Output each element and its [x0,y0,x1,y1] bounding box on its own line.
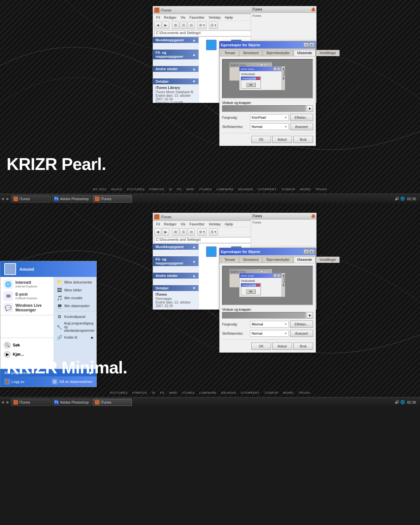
task-header-file-bottom[interactable]: Fil- og mappeoppgaver ▲ [153,256,199,266]
file-icon-globe-bottom[interactable]: 🌐 [201,246,221,258]
ql-ie-bottom[interactable]: IE [152,391,156,394]
tab-skrivebord-bottom[interactable]: Skrivebord [239,257,262,263]
scroll-thumb-top[interactable] [282,70,285,76]
start-right-computer[interactable]: 💻 Min datamaskin [54,302,96,310]
file-icon-globe[interactable]: 🌐 [201,40,221,51]
task-collapse-file-top[interactable]: ▲ [192,52,196,56]
details-collapse-top[interactable]: ▼ [192,79,196,83]
cancel-btn-bottom[interactable]: Avbryt [272,343,292,350]
dialog-close-bottom[interactable]: ✕ [309,249,314,254]
menu-verktoy-top[interactable]: Verktøy [207,15,223,20]
tab-temaer-top[interactable]: Temaer [221,50,239,56]
task-collapse-music-top[interactable]: ▲ [192,38,196,42]
ql-firefox-bottom[interactable]: FIREFOX [132,391,147,394]
details-collapse-bottom[interactable]: ▼ [192,286,196,290]
task-collapse-music-bottom[interactable]: ▲ [192,245,196,249]
taskbar-arrow-left-top[interactable]: ◀ [0,197,5,200]
apply-btn-bottom[interactable]: Bruk [293,343,313,350]
active-max-bottom[interactable]: □ [277,274,280,277]
ql-limewire-top[interactable]: LIMEWIRE [217,188,234,191]
ql-deamon-top[interactable]: DEAMON [238,188,253,191]
tab-temaer-bottom[interactable]: Temaer [221,257,239,263]
color-select-top[interactable]: KrizrPearl ▼ [250,114,289,121]
ql-ps-bottom[interactable]: PS [160,391,165,394]
color-dropdown-btn-top[interactable]: ▼ [306,105,313,112]
tb-settings-bottom[interactable]: ⚙ ▾ [198,228,206,236]
active-min-top[interactable]: _ [273,67,277,71]
tb-more-top[interactable]: ☰ ▾ [209,22,218,29]
tb-view2-bottom[interactable]: ☰ [180,228,187,236]
apply-btn-top[interactable]: Bruk [293,136,313,143]
start-item-email[interactable]: ✉ E-post Outlook Express [0,290,53,302]
ok-btn-bottom[interactable]: OK [251,343,271,350]
task-header-other-top[interactable]: Andre steder ▲ [153,66,199,72]
tab-innstillinger-bottom[interactable]: Innstillinger [316,257,340,263]
advanced-btn-top[interactable]: Avansert [290,123,313,130]
msgbox-ok-btn-top[interactable]: OK [246,83,256,87]
color-select-bottom[interactable]: Minimal ▼ [250,321,289,327]
task-header-file-top[interactable]: Fil- og mappeoppgaver ▲ [153,50,199,59]
ql-utorrent-top[interactable]: UTORRENT [258,188,277,191]
start-logoff-btn[interactable]: 🚪 Logg av [4,379,24,385]
fontsize-select-bottom[interactable]: Normal ▼ [250,330,289,337]
taskbar-itunes1-top[interactable]: 🎵 iTunes [11,195,51,202]
msgbox-close-bottom[interactable]: ✕ [256,284,260,286]
dialog-close-top[interactable]: ✕ [309,43,314,47]
ql-pictures-top[interactable]: PICTURES [127,188,145,191]
scroll-up-bottom[interactable]: ▲ [282,273,285,277]
taskbar-itunes2-bottom[interactable]: 🎵 iTunes [93,399,132,406]
tb-view1-bottom[interactable]: ⊞ [172,228,179,236]
scroll-up-top[interactable]: ▲ [282,67,285,70]
cancel-btn-top[interactable]: Avbryt [272,136,292,143]
msgbox-ok-btn-bottom[interactable]: OK [246,289,256,294]
start-item-internet[interactable]: 🌐 Internett Internet Explorer [0,278,53,290]
tab-skjerm-top[interactable]: Skjermbeskytter [262,50,293,56]
ql-wmp-bottom[interactable]: WMP [169,391,178,394]
menu-rediger-top[interactable]: Rediger [162,15,179,20]
msgbox-close-top[interactable]: ✕ [256,77,260,80]
advanced-btn-bottom[interactable]: Avansert [290,330,313,337]
tab-skrivebord-top[interactable]: Skrivebord [239,50,262,56]
start-right-pics[interactable]: 🖼 Mine bilder [54,286,96,294]
task-header-music-bottom[interactable]: Musikkoppgaver ▲ [153,244,199,250]
start-right-music[interactable]: 🎵 Min musikk [54,294,96,302]
dialog-help-bottom[interactable]: ? [304,249,309,254]
ql-tuneup-bottom[interactable]: TUNEUP [264,391,278,394]
ql-tuneup-top[interactable]: TUNEUP [281,188,295,191]
ql-mydoc-top[interactable]: MY DOC [93,188,107,191]
start-right-connect[interactable]: 🔗 Koble til ▶ [54,333,96,341]
menu-fil-top[interactable]: Fil [154,15,162,20]
tb-view3-top[interactable]: ⊟ [188,22,195,29]
ok-btn-top[interactable]: OK [251,136,271,143]
scroll-thumb-bottom[interactable] [282,277,285,283]
ql-word-bottom[interactable]: WORD [283,391,294,394]
color-dropdown-btn-bottom[interactable]: ▼ [306,312,313,319]
menu-verktoy-bottom[interactable]: Verktøy [207,221,223,227]
task-header-music-top[interactable]: Musikkoppgaver ▲ [153,37,199,43]
tb-more-bottom[interactable]: ☰ ▾ [209,228,218,236]
task-header-other-bottom[interactable]: Andre steder ▲ [153,273,199,279]
taskbar-itunes1-bottom[interactable]: 🎵 iTunes [11,399,51,406]
tb-view1-top[interactable]: ⊞ [172,22,179,29]
tab-utseende-top[interactable]: Utseende [294,50,316,56]
active-max-top[interactable]: □ [277,67,280,71]
taskbar-photoshop-top[interactable]: Ps Adobe Photoshop [52,195,91,202]
taskbar-photoshop-bottom[interactable]: Ps Adobe Photoshop [52,399,91,406]
tb-back-bottom[interactable]: ◀ [154,228,161,236]
tb-forward-top[interactable]: ▶ [162,22,169,29]
task-collapse-other-bottom[interactable]: ▲ [192,274,196,278]
ql-firefox-top[interactable]: FIREFOX [149,188,164,191]
tab-skjerm-bottom[interactable]: Skjermbeskytter [262,257,293,263]
ql-word-top[interactable]: WORD [300,188,311,191]
ql-trash-top[interactable]: TRASH [315,188,327,191]
start-item-sok[interactable]: 🔍 Søk [2,341,52,350]
tab-utseende-bottom[interactable]: Utseende [294,257,316,263]
start-right-setprog[interactable]: 🔧 Angi programtilgang og standardprogram… [54,321,96,333]
ql-itunes-top[interactable]: ITUNES [199,188,212,191]
effects-btn-bottom[interactable]: Effekter... [290,321,313,328]
ql-itunes-bottom[interactable]: ITUNES [182,391,195,394]
task-collapse-file-bottom[interactable]: ▲ [192,259,196,263]
tb-back-top[interactable]: ◀ [154,22,161,29]
active-min-bottom[interactable]: _ [273,274,277,277]
taskbar-arrow-left-bottom[interactable]: ◀ [0,400,5,404]
